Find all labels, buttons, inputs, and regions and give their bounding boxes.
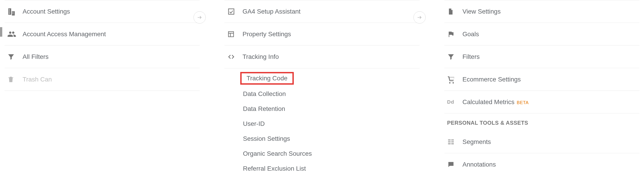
ecommerce-label: Ecommerce Settings: [462, 76, 640, 83]
trash-can-label: Trash Can: [22, 76, 200, 83]
account-column: Account Settings Account Access Manageme…: [4, 0, 200, 172]
user-id-subitem[interactable]: User-ID: [224, 116, 420, 131]
property-settings-label: Property Settings: [242, 31, 420, 38]
segments-icon: [447, 137, 461, 146]
account-access-item[interactable]: Account Access Management: [4, 23, 200, 45]
trash-icon: [7, 75, 21, 84]
organic-search-label: Organic Search Sources: [243, 150, 312, 157]
session-settings-label: Session Settings: [243, 135, 290, 142]
view-settings-label: View Settings: [462, 8, 640, 15]
filters-label: Filters: [462, 53, 640, 60]
code-icon: [227, 52, 241, 61]
view-column: View Settings Goals Filters Ecommerce Se…: [444, 0, 640, 172]
goals-item[interactable]: Goals: [444, 23, 640, 45]
cart-icon: [447, 75, 461, 84]
segments-label: Segments: [462, 138, 640, 145]
arrow-badge-property[interactable]: [414, 11, 426, 24]
segments-item[interactable]: Segments: [444, 131, 640, 153]
tracking-info-label: Tracking Info: [242, 53, 420, 60]
arrow-right-icon: [197, 15, 202, 20]
file-icon: [447, 7, 461, 16]
referral-exclusion-subitem[interactable]: Referral Exclusion List: [224, 161, 420, 172]
funnel-icon: [7, 52, 21, 61]
dd-icon: Dd: [447, 98, 461, 107]
data-collection-label: Data Collection: [243, 90, 286, 98]
ecommerce-item[interactable]: Ecommerce Settings: [444, 68, 640, 91]
ga4-setup-item[interactable]: GA4 Setup Assistant: [224, 0, 420, 23]
view-settings-item[interactable]: View Settings: [444, 0, 640, 23]
calc-metrics-label: Calculated MetricsBETA: [462, 99, 640, 106]
data-retention-subitem[interactable]: Data Retention: [224, 101, 420, 116]
organic-search-subitem[interactable]: Organic Search Sources: [224, 146, 420, 161]
tracking-info-item[interactable]: Tracking Info: [224, 45, 420, 68]
flag-icon: [447, 30, 461, 39]
session-settings-subitem[interactable]: Session Settings: [224, 131, 420, 146]
data-retention-label: Data Retention: [243, 105, 285, 113]
personal-tools-header: PERSONAL TOOLS & ASSETS: [444, 113, 640, 131]
data-collection-subitem[interactable]: Data Collection: [224, 87, 420, 101]
account-settings-label: Account Settings: [22, 8, 200, 15]
funnel-icon: [447, 52, 461, 61]
tracking-code-label: Tracking Code: [246, 75, 288, 82]
ga4-setup-label: GA4 Setup Assistant: [242, 8, 420, 15]
filters-item[interactable]: Filters: [444, 45, 640, 68]
account-access-label: Account Access Management: [22, 31, 200, 38]
annotations-label: Annotations: [462, 161, 640, 168]
user-id-label: User-ID: [243, 120, 265, 127]
account-settings-item[interactable]: Account Settings: [4, 0, 200, 23]
annotations-icon: [447, 160, 461, 169]
property-settings-item[interactable]: Property Settings: [224, 23, 420, 45]
goals-label: Goals: [462, 31, 640, 38]
all-filters-item[interactable]: All Filters: [4, 45, 200, 68]
property-column: GA4 Setup Assistant Property Settings Tr…: [224, 0, 420, 172]
check-box-icon: [227, 7, 241, 16]
people-icon: [7, 30, 21, 39]
beta-badge: BETA: [517, 100, 528, 105]
trash-can-item: Trash Can: [4, 68, 200, 91]
active-indicator: [0, 27, 2, 37]
annotations-item[interactable]: Annotations: [444, 153, 640, 172]
referral-exclusion-label: Referral Exclusion List: [243, 165, 306, 172]
layout-icon: [227, 30, 241, 39]
tracking-code-subitem[interactable]: Tracking Code: [240, 72, 294, 85]
arrow-badge-account[interactable]: [194, 11, 206, 24]
buildings-icon: [7, 7, 21, 16]
all-filters-label: All Filters: [22, 53, 200, 60]
arrow-right-icon: [416, 15, 422, 20]
calc-metrics-item[interactable]: Dd Calculated MetricsBETA: [444, 91, 640, 113]
